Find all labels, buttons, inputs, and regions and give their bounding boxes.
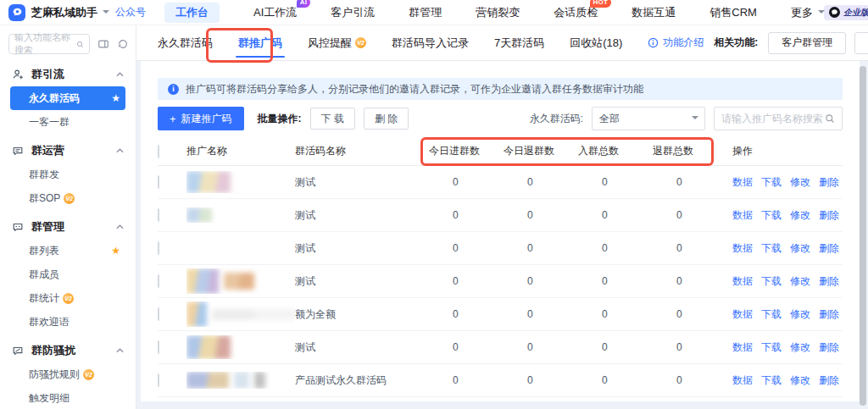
action-link-2[interactable]: 下载 xyxy=(761,241,782,256)
edition-label: 企业版 xyxy=(843,7,868,19)
sidebar-item-4-1[interactable]: 防骚扰规则V2 xyxy=(10,362,125,386)
action-link-1[interactable]: 数据 xyxy=(732,373,753,388)
action-link-1[interactable]: 数据 xyxy=(732,241,753,256)
sidebar-section-title[interactable]: 群引流 xyxy=(0,63,136,86)
header-cell-7: 操作 xyxy=(732,144,843,158)
batch-download-button[interactable]: 下 载 xyxy=(310,108,355,130)
sidebar-item-3-3[interactable]: 群统计V2 xyxy=(10,286,125,310)
action-link-4[interactable]: 删除 xyxy=(819,340,839,355)
history-clock-icon[interactable] xyxy=(117,38,129,50)
hot-badge: HOT xyxy=(590,0,612,8)
related-button-1[interactable]: 客户群管理 xyxy=(768,32,846,54)
sidebar-item-3-1[interactable]: 群列表★ xyxy=(10,239,125,263)
action-link-1[interactable]: 数据 xyxy=(732,274,753,289)
tab-5[interactable]: 7天群活码 xyxy=(494,25,544,60)
feature-intro-label: 功能介绍 xyxy=(663,36,704,50)
row-checkbox[interactable] xyxy=(158,175,159,189)
content-card: i 推广码可将群活码分享给多人，分别记录他们的邀请入群记录，可作为企业邀请入群任… xyxy=(141,61,860,401)
select-all-checkbox[interactable] xyxy=(158,145,159,158)
sidebar-search-input[interactable]: 输入功能名称搜索 xyxy=(8,34,90,54)
sidebar-section-title[interactable]: 群防骚扰 xyxy=(0,339,136,362)
action-link-3[interactable]: 修改 xyxy=(790,373,810,388)
sidebar-section-title[interactable]: 群管理 xyxy=(0,215,136,239)
action-link-1[interactable]: 数据 xyxy=(732,340,753,355)
promo-search-input[interactable]: 请输入推广码名称搜索 xyxy=(714,107,843,130)
action-link-2[interactable]: 下载 xyxy=(761,274,782,289)
action-link-3[interactable]: 修改 xyxy=(790,307,810,322)
action-link-3[interactable]: 修改 xyxy=(790,241,810,256)
account-type-link[interactable]: 公众号 xyxy=(115,5,146,19)
redaction-blur xyxy=(186,335,231,359)
livecode-name-cell: 测试 xyxy=(295,208,429,223)
stat-cell-2: 0 xyxy=(504,209,578,221)
tab-6[interactable]: 回收站(18) xyxy=(570,25,622,60)
create-promo-code-button[interactable]: + 新建推广码 xyxy=(158,107,244,130)
action-link-1[interactable]: 数据 xyxy=(732,208,753,223)
vertical-scrollbar[interactable] xyxy=(860,63,866,407)
action-link-2[interactable]: 下载 xyxy=(761,307,782,322)
top-navigation: 工作台AI工作流AI客户引流群管理营销裂变会话质检HOT数据互通销售CRM更多 xyxy=(164,3,824,23)
sidebar-item-2-2[interactable]: 群SOPV2 xyxy=(10,186,125,210)
chevron-up-icon[interactable] xyxy=(116,348,124,353)
livecode-filter-select[interactable]: 全部 xyxy=(592,107,705,130)
action-link-3[interactable]: 修改 xyxy=(790,340,810,355)
collapse-panel-icon[interactable] xyxy=(97,38,109,50)
row-checkbox[interactable] xyxy=(158,307,159,321)
topnav-item-5[interactable]: 营销裂变 xyxy=(476,5,520,20)
action-link-1[interactable]: 数据 xyxy=(732,307,753,322)
action-link-3[interactable]: 修改 xyxy=(790,175,810,190)
action-link-2[interactable]: 下载 xyxy=(761,208,782,223)
sidebar-item-1-2[interactable]: 一客一群 xyxy=(10,110,125,134)
topnav-item-1[interactable]: 工作台 xyxy=(164,3,220,23)
topnav-item-3[interactable]: 客户引流 xyxy=(331,5,375,20)
sidebar-item-3-2[interactable]: 群成员 xyxy=(10,263,125,286)
row-checkbox[interactable] xyxy=(158,340,159,354)
scrollbar-thumb[interactable] xyxy=(860,66,866,406)
chevron-up-icon[interactable] xyxy=(116,148,124,153)
action-link-4[interactable]: 删除 xyxy=(819,274,839,289)
tab-1[interactable]: 永久群活码 xyxy=(158,25,213,60)
action-link-2[interactable]: 下载 xyxy=(761,175,782,190)
chat-settings-icon xyxy=(12,221,24,233)
related-button-2[interactable]: 客户群标签 xyxy=(854,32,868,54)
feature-intro-link[interactable]: 功能介绍 xyxy=(648,36,704,50)
tab-3[interactable]: 风控提醒V2 xyxy=(308,25,366,60)
plus-icon: + xyxy=(170,113,176,124)
topnav-item-6[interactable]: 会话质检HOT xyxy=(554,5,598,20)
stat-cell-1: 0 xyxy=(429,341,504,353)
sidebar-section-title[interactable]: 群运营 xyxy=(0,139,136,163)
topnav-item-4[interactable]: 群管理 xyxy=(409,5,442,20)
row-checkbox[interactable] xyxy=(158,208,159,222)
tab-4[interactable]: 群活码导入记录 xyxy=(392,25,469,60)
action-link-2[interactable]: 下载 xyxy=(761,340,782,355)
row-checkbox[interactable] xyxy=(158,373,159,387)
topnav-item-2[interactable]: AI工作流AI xyxy=(253,5,297,20)
livecode-name-cell: 测试 xyxy=(295,175,429,190)
toolbar: + 新建推广码 批量操作: 下 载 删 除 永久群活码: 全部 请输入推广码名称… xyxy=(158,107,843,130)
action-link-3[interactable]: 修改 xyxy=(790,274,810,289)
action-link-1[interactable]: 数据 xyxy=(732,175,753,190)
star-icon: ★ xyxy=(111,93,120,103)
chevron-up-icon[interactable] xyxy=(116,72,124,77)
tab-2[interactable]: 群推广码 xyxy=(238,25,282,60)
action-link-4[interactable]: 删除 xyxy=(819,175,839,190)
action-link-2[interactable]: 下载 xyxy=(761,373,782,388)
row-checkbox[interactable] xyxy=(158,274,159,288)
sidebar-item-3-4[interactable]: 群欢迎语 xyxy=(10,310,125,334)
sidebar-item-4-2[interactable]: 触发明细 xyxy=(10,386,125,409)
action-link-4[interactable]: 删除 xyxy=(819,373,839,388)
topnav-item-8[interactable]: 销售CRM xyxy=(709,5,757,20)
sidebar-item-1-1[interactable]: 永久群活码★ xyxy=(10,86,125,110)
chevron-up-icon[interactable] xyxy=(116,224,124,229)
topnav-item-7[interactable]: 数据互通 xyxy=(632,5,676,20)
action-link-4[interactable]: 删除 xyxy=(819,208,839,223)
sidebar-item-2-1[interactable]: 群群发 xyxy=(10,163,125,186)
action-link-4[interactable]: 删除 xyxy=(819,241,839,256)
topnav-item-9[interactable]: 更多 xyxy=(791,5,824,20)
batch-delete-button[interactable]: 删 除 xyxy=(364,108,409,130)
stat-cell-3: 0 xyxy=(578,374,653,386)
action-link-3[interactable]: 修改 xyxy=(790,208,810,223)
table-row-2: 测试0000数据下载修改删除 xyxy=(158,199,843,232)
row-checkbox[interactable] xyxy=(158,241,159,255)
action-link-4[interactable]: 删除 xyxy=(819,307,839,322)
